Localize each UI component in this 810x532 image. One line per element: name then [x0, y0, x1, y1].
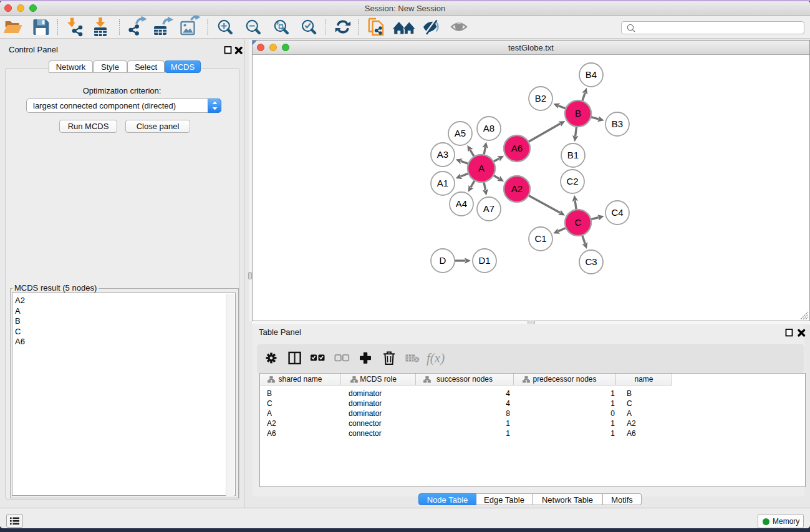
svg-text:D: D: [440, 255, 446, 266]
svg-text:f(x): f(x): [427, 351, 445, 365]
svg-text:A5: A5: [455, 128, 466, 138]
svg-text:A8: A8: [483, 123, 494, 133]
svg-text:B: B: [575, 108, 581, 118]
svg-text:C2: C2: [566, 176, 578, 186]
svg-text:B2: B2: [535, 93, 546, 104]
svg-text:A1: A1: [437, 178, 448, 188]
svg-text:D1: D1: [478, 255, 490, 266]
svg-text:A7: A7: [483, 203, 494, 214]
svg-text:C: C: [575, 217, 582, 228]
svg-text:B3: B3: [612, 118, 623, 129]
svg-text:C3: C3: [585, 256, 597, 267]
svg-text:C1: C1: [534, 233, 546, 244]
svg-text:A2: A2: [511, 183, 523, 194]
svg-text:A3: A3: [437, 149, 448, 160]
svg-text:A6: A6: [511, 143, 523, 153]
svg-text:C4: C4: [611, 207, 623, 218]
svg-text:B4: B4: [586, 69, 597, 80]
svg-text:B1: B1: [567, 150, 579, 160]
svg-text:A: A: [478, 163, 485, 173]
svg-text:A4: A4: [456, 198, 467, 209]
